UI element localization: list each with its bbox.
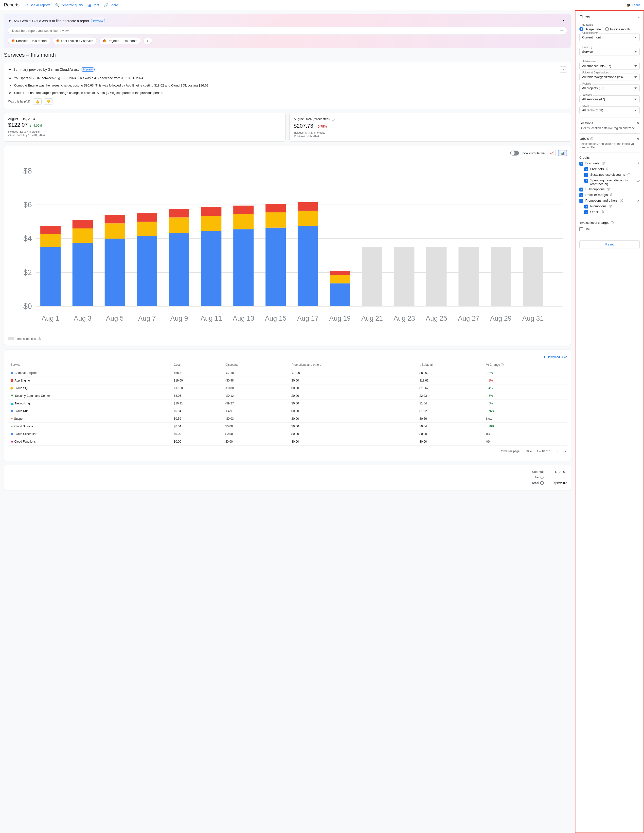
table-row: ★Cloud Functions $0.00 $0.00 $0.00 $0.00…	[8, 438, 567, 445]
time-range-select[interactable]: Current month Last month Last 3 months	[580, 34, 639, 41]
summary-title: ✦ Summary provided by Gemini Cloud Assis…	[8, 67, 95, 72]
invoice-month-radio[interactable]: Invoice month	[605, 27, 630, 31]
discounts-checkbox[interactable]: Discounts ⓘ ∧	[580, 161, 639, 166]
promotions-checkbox[interactable]: Promotions ⓘ	[580, 204, 639, 209]
gemini-tabs-row: Services – this month Last invoice by se…	[8, 37, 567, 44]
table-row: Cloud SQL $17.50 -$0.88 $0.00 $16.62 ↓ 4…	[8, 384, 567, 392]
trend-icon-1: ↗	[8, 76, 12, 81]
svg-rect-28	[233, 229, 253, 306]
prev-page-btn[interactable]: ‹	[556, 448, 559, 455]
show-cumulative-toggle[interactable]: Show cumulative	[510, 151, 545, 156]
tab-chip-services[interactable]: Services – this month	[8, 37, 50, 44]
rows-per-page-select[interactable]: 10 25 50	[525, 449, 533, 453]
cell-promotions: $0.00	[289, 376, 417, 384]
cell-change: ↓ 4%	[484, 384, 567, 392]
spending-check-icon	[584, 178, 588, 183]
subaccounts-select[interactable]: All subaccounts (27)	[580, 62, 639, 70]
helpful-row: Was this helpful? 👍 👎	[8, 98, 567, 105]
thumbs-down-btn[interactable]: 👎	[44, 98, 53, 105]
generate-query-label: Generate query	[61, 3, 83, 7]
subaccounts-floating-label: Subaccounts	[581, 60, 598, 63]
line-chart-btn[interactable]: 📈	[547, 150, 556, 156]
svg-rect-29	[233, 214, 253, 230]
cell-subtotal: $18.62	[417, 376, 484, 384]
list-icon: ≡	[26, 3, 28, 7]
tax-checkbox[interactable]: Tax	[580, 227, 639, 231]
svg-rect-36	[298, 202, 318, 211]
invoice-charges-help: ⓘ	[611, 221, 614, 225]
gemini-collapse-btn[interactable]: ∧	[560, 18, 567, 24]
svg-text:Aug 17: Aug 17	[297, 314, 319, 322]
other-checkbox[interactable]: Other ⓘ	[580, 210, 639, 214]
cell-change: ↓ 20%	[484, 423, 567, 430]
bar-chart-btn[interactable]: 📊	[558, 150, 567, 156]
usage-date-radio[interactable]: Usage date	[580, 27, 601, 31]
free-tiers-label: Free tiers	[590, 167, 604, 171]
cell-change: 0%	[484, 430, 567, 438]
total-value: $122.07	[549, 481, 567, 486]
svg-text:Aug 15: Aug 15	[265, 314, 286, 322]
locations-title: Locations	[580, 121, 593, 125]
total-row: Total ⓘ $122.07	[524, 480, 567, 486]
skus-select[interactable]: All SKUs (408)	[580, 106, 639, 114]
reset-button[interactable]: Reset	[580, 240, 639, 248]
reseller-margin-checkbox[interactable]: Reseller margin ⓘ	[580, 193, 639, 197]
cell-change: ↓ 6%	[484, 392, 567, 399]
filters-collapse-btn[interactable]: »	[638, 15, 639, 19]
cumulative-switch[interactable]	[510, 151, 519, 156]
svg-rect-43	[459, 247, 479, 306]
subtotal-row: Subtotal $122.07	[524, 469, 567, 474]
generate-query-link[interactable]: 🔍 Generate query	[55, 3, 83, 7]
sustained-discounts-checkbox[interactable]: Sustained use discounts ⓘ	[580, 173, 639, 177]
projects-select[interactable]: All projects (55)	[580, 84, 639, 92]
svg-text:Aug 7: Aug 7	[138, 314, 156, 322]
forecasted-legend-box	[8, 338, 14, 340]
summary-gemini-icon: ✦	[8, 67, 11, 72]
cell-subtotal: $80.63	[417, 369, 484, 376]
free-tiers-checkbox[interactable]: Free tiers ⓘ	[580, 167, 639, 171]
see-all-reports-link[interactable]: ≡ See all reports	[26, 3, 50, 7]
gemini-search-input[interactable]	[12, 29, 560, 32]
print-label: Print	[92, 3, 99, 7]
thumbs-up-btn[interactable]: 👍	[33, 98, 42, 105]
print-icon: 🖨	[88, 3, 91, 7]
share-link[interactable]: 🔗 Share	[104, 3, 118, 7]
spending-discounts-checkbox[interactable]: Spending based discounts (contractual) ⓘ	[580, 178, 639, 186]
divider-7	[580, 235, 639, 235]
next-page-btn[interactable]: ›	[564, 448, 567, 455]
tab-chip-more[interactable]: ›	[143, 37, 152, 44]
col-promotions: Promotions and others	[289, 361, 417, 369]
labels-header[interactable]: Labels ⓘ ∨	[580, 137, 639, 141]
summary-collapse-btn[interactable]: ∧	[560, 66, 567, 73]
tab-chip-projects[interactable]: Projects – this month	[99, 37, 141, 44]
usage-date-radio-dot	[580, 27, 583, 31]
locations-header[interactable]: Locations ∨	[580, 121, 639, 125]
tax-label: Tax	[585, 227, 590, 231]
svg-rect-27	[201, 207, 221, 215]
folders-floating-label: Folders & Organizations	[581, 71, 610, 74]
helpful-label: Was this helpful?	[8, 100, 31, 103]
print-link[interactable]: 🖨 Print	[88, 3, 99, 7]
services-select[interactable]: All services (47)	[580, 95, 639, 103]
cell-subtotal: $0.56	[417, 415, 484, 423]
divider-1	[580, 45, 639, 45]
subscriptions-checkbox[interactable]: Subscriptions ⓘ	[580, 187, 639, 191]
gemini-title-text: Ask Gemini Cloud Assist to find or creat…	[14, 19, 89, 23]
group-by-select[interactable]: Service Project SKU	[580, 48, 639, 55]
tab-chip-projects-label: Projects – this month	[108, 39, 137, 43]
col-cost: Cost	[171, 361, 223, 369]
cell-discounts: $0.00	[223, 430, 289, 438]
promotions-others-collapse-icon: ∧	[637, 199, 639, 202]
download-csv-btn[interactable]: ⬇ Download CSV	[543, 355, 567, 359]
credits-section: Credits Discounts ⓘ ∧ Free tiers ⓘ Susta…	[580, 156, 639, 214]
table-header-row: Service Cost Discounts Promotions and ot…	[8, 361, 567, 369]
folders-select[interactable]: All folders/organizations (28)	[580, 73, 639, 81]
divider-3	[580, 117, 639, 118]
cell-cost: $0.59	[171, 415, 223, 423]
col-subtotal: ↓ Subtotal	[417, 361, 484, 369]
promotions-others-checkbox[interactable]: Promotions and others ⓘ ∧	[580, 199, 639, 203]
reseller-help-icon: ⓘ	[610, 193, 613, 197]
tab-chip-last-invoice[interactable]: Last invoice by service	[53, 37, 97, 44]
learn-link[interactable]: 🎓 Learn	[626, 3, 640, 7]
cell-cost: $17.50	[171, 384, 223, 392]
